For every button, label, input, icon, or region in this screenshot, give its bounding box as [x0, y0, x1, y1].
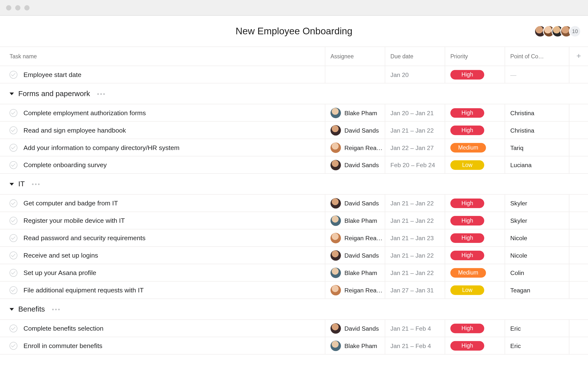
priority-cell[interactable]: Medium	[445, 264, 505, 281]
section-header[interactable]: Benefits •••	[0, 299, 588, 320]
poc-cell[interactable]: Skyler	[505, 212, 569, 229]
poc-cell[interactable]: Colin	[505, 264, 569, 281]
poc-cell[interactable]: Nicole	[505, 229, 569, 246]
task-name: Complete employment authorization forms	[24, 109, 146, 116]
poc-cell[interactable]: Skyler	[505, 195, 569, 212]
due-date-cell[interactable]: Jan 20 – Jan 21	[385, 104, 445, 121]
task-row[interactable]: Get computer and badge from IT David San…	[0, 195, 588, 212]
complete-task-icon[interactable]	[10, 269, 17, 276]
section-caret-icon[interactable]	[10, 92, 14, 95]
complete-task-icon[interactable]	[10, 324, 17, 332]
due-date-cell[interactable]: Jan 21 – Jan 23	[385, 229, 445, 246]
section-more-icon[interactable]: •••	[52, 306, 61, 312]
priority-cell[interactable]: High	[445, 212, 505, 229]
task-row[interactable]: Read and sign employee handbook David Sa…	[0, 122, 588, 139]
assignee-cell[interactable]: Blake Pham	[325, 104, 385, 121]
priority-cell[interactable]: High	[445, 195, 505, 212]
due-date-cell[interactable]: Feb 20 – Feb 24	[385, 156, 445, 173]
due-date-cell[interactable]: Jan 22 – Jan 27	[385, 139, 445, 156]
task-row[interactable]: Register your mobile device with IT Blak…	[0, 212, 588, 229]
window-close-icon[interactable]	[6, 5, 11, 10]
section-more-icon[interactable]: •••	[97, 90, 106, 97]
assignee-cell[interactable]: Blake Pham	[325, 337, 385, 354]
complete-task-icon[interactable]	[10, 144, 17, 151]
due-date-cell[interactable]: Jan 21 – Feb 4	[385, 320, 445, 337]
section-name: Benefits	[18, 305, 45, 313]
task-row[interactable]: Enroll in commuter benefits Blake Pham J…	[0, 337, 588, 355]
complete-task-icon[interactable]	[10, 71, 17, 78]
column-header-assignee[interactable]: Assignee	[325, 47, 385, 65]
section-caret-icon[interactable]	[10, 308, 14, 311]
complete-task-icon[interactable]	[10, 161, 17, 169]
column-header-poc[interactable]: Point of Co…	[505, 47, 569, 65]
poc-cell[interactable]: Nicole	[505, 247, 569, 264]
section-more-icon[interactable]: •••	[32, 181, 41, 188]
poc-cell[interactable]: —	[505, 66, 569, 83]
poc-cell[interactable]: Tariq	[505, 139, 569, 156]
column-header-task[interactable]: Task name	[0, 47, 325, 65]
section-header[interactable]: Forms and paperwork •••	[0, 83, 588, 104]
poc-cell[interactable]: Christina	[505, 104, 569, 121]
complete-task-icon[interactable]	[10, 109, 17, 117]
assignee-cell[interactable]: David Sands	[325, 247, 385, 264]
task-row[interactable]: Set up your Asana profile Blake Pham Jan…	[0, 264, 588, 282]
complete-task-icon[interactable]	[10, 126, 17, 134]
complete-task-icon[interactable]	[10, 217, 17, 225]
poc-cell[interactable]: Eric	[505, 320, 569, 337]
due-date-cell[interactable]: Jan 21 – Jan 22	[385, 264, 445, 281]
project-members[interactable]: 10	[534, 25, 581, 37]
task-row[interactable]: File additional equipment requests with …	[0, 282, 588, 299]
complete-task-icon[interactable]	[10, 286, 17, 294]
assignee-cell[interactable]: Reigan Rea…	[325, 139, 385, 156]
assignee-cell[interactable]: Blake Pham	[325, 212, 385, 229]
complete-task-icon[interactable]	[10, 251, 17, 259]
task-row[interactable]: Complete benefits selection David Sands …	[0, 320, 588, 337]
assignee-cell[interactable]: David Sands	[325, 195, 385, 212]
priority-cell[interactable]: Low	[445, 282, 505, 299]
window-minimize-icon[interactable]	[15, 5, 20, 10]
assignee-cell[interactable]: David Sands	[325, 156, 385, 173]
poc-cell[interactable]: Eric	[505, 337, 569, 354]
task-row[interactable]: Receive and set up logins David Sands Ja…	[0, 247, 588, 264]
assignee-cell[interactable]: Reigan Rea…	[325, 282, 385, 299]
priority-cell[interactable]: High	[445, 320, 505, 337]
priority-cell[interactable]: High	[445, 66, 505, 83]
assignee-cell[interactable]	[325, 66, 385, 83]
priority-cell[interactable]: High	[445, 337, 505, 354]
due-date-cell[interactable]: Jan 21 – Jan 22	[385, 195, 445, 212]
window-zoom-icon[interactable]	[24, 5, 29, 10]
due-date-cell[interactable]: Jan 21 – Feb 4	[385, 337, 445, 354]
priority-cell[interactable]: High	[445, 122, 505, 138]
complete-task-icon[interactable]	[10, 234, 17, 242]
column-header-due[interactable]: Due date	[385, 47, 445, 65]
poc-cell[interactable]: Teagan	[505, 282, 569, 299]
task-row[interactable]: Complete employment authorization forms …	[0, 104, 588, 122]
complete-task-icon[interactable]	[10, 342, 17, 350]
due-date-cell[interactable]: Jan 21 – Jan 22	[385, 122, 445, 138]
priority-cell[interactable]: Low	[445, 156, 505, 173]
poc-cell[interactable]: Christina	[505, 122, 569, 138]
section-caret-icon[interactable]	[10, 183, 14, 185]
priority-cell[interactable]: High	[445, 104, 505, 121]
poc-cell[interactable]: Luciana	[505, 156, 569, 173]
assignee-cell[interactable]: Reigan Rea…	[325, 229, 385, 246]
task-row[interactable]: Add your information to company director…	[0, 139, 588, 156]
task-row[interactable]: Complete onboarding survey David Sands F…	[0, 156, 588, 174]
member-overflow-count[interactable]: 10	[569, 25, 581, 37]
assignee-cell[interactable]: David Sands	[325, 320, 385, 337]
priority-cell[interactable]: High	[445, 229, 505, 246]
task-row[interactable]: Employee start date Jan 20 High —	[0, 66, 588, 83]
priority-cell[interactable]: Medium	[445, 139, 505, 156]
due-date-cell[interactable]: Jan 27 – Jan 31	[385, 282, 445, 299]
due-date-cell[interactable]: Jan 21 – Jan 22	[385, 247, 445, 264]
column-header-priority[interactable]: Priority	[445, 47, 505, 65]
assignee-cell[interactable]: Blake Pham	[325, 264, 385, 281]
task-row[interactable]: Read password and security requirements …	[0, 229, 588, 247]
section-header[interactable]: IT •••	[0, 174, 588, 195]
complete-task-icon[interactable]	[10, 199, 17, 207]
priority-cell[interactable]: High	[445, 247, 505, 264]
add-column-button[interactable]: +	[569, 47, 588, 65]
due-date-cell[interactable]: Jan 21 – Jan 22	[385, 212, 445, 229]
assignee-cell[interactable]: David Sands	[325, 122, 385, 138]
due-date-cell[interactable]: Jan 20	[385, 66, 445, 83]
